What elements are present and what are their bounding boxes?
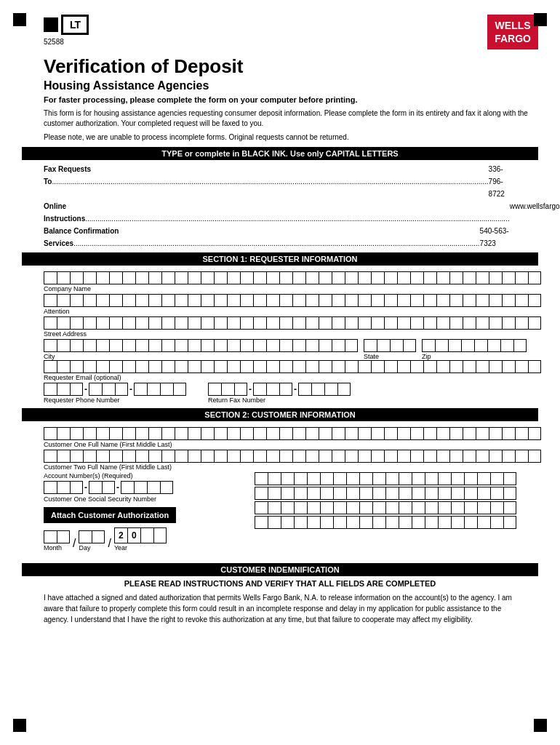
year-prefix-cells: 2 0 xyxy=(114,527,167,543)
ssn-mid[interactable] xyxy=(89,481,115,494)
city-state-zip-row: City State Zip xyxy=(44,339,516,360)
account-row1[interactable] xyxy=(255,472,516,485)
attach-authorization-button[interactable]: Attach Customer Authorization xyxy=(44,507,176,523)
customer2-cells[interactable] xyxy=(44,450,516,463)
wells-fargo-line1: WELLS xyxy=(495,19,531,32)
company-name-cells[interactable] xyxy=(44,271,516,284)
fax-dash2: - xyxy=(294,384,297,394)
intro-note: Please note, we are unable to process in… xyxy=(22,133,538,141)
fax-group: - - Return Fax Number xyxy=(208,383,351,404)
contact-info: Fax Requests To.........................… xyxy=(22,163,538,250)
customer2-row: Customer Two Full Name (First Middle Las… xyxy=(44,450,516,471)
logo-letters: LT xyxy=(70,19,80,31)
ssn-label: Customer One Social Security Number xyxy=(44,495,247,503)
wells-fargo-line2: FARGO xyxy=(495,32,531,45)
ssn-area[interactable] xyxy=(44,481,83,494)
ssn-dash2: - xyxy=(116,482,119,493)
month-label: Month xyxy=(44,544,62,551)
ssn-dash1: - xyxy=(84,482,87,493)
logo-lt: LT xyxy=(61,15,89,35)
ssn-account-section: Account Number(s) (Required) - - Custome… xyxy=(44,472,516,554)
corner-mark-br xyxy=(534,719,547,732)
fax-line: Fax Requests To.........................… xyxy=(44,163,516,200)
month-cells[interactable] xyxy=(44,530,70,543)
customer1-row: Customer One Full Name (First Middle Las… xyxy=(44,427,516,448)
customer2-label: Customer Two Full Name (First Middle Las… xyxy=(44,463,516,471)
section2-form: Customer One Full Name (First Middle Las… xyxy=(22,424,538,557)
corner-mark-bl xyxy=(13,719,26,732)
indemnification-subtitle: PLEASE READ INSTRUCTIONS AND VERIFY THAT… xyxy=(22,579,538,588)
company-name-row: Company Name xyxy=(44,271,516,292)
attention-cells[interactable] xyxy=(44,294,516,307)
year-label: Year xyxy=(114,544,127,551)
zip-col: Zip xyxy=(422,339,527,360)
account-row4[interactable] xyxy=(255,516,516,529)
city-cells[interactable] xyxy=(44,339,358,352)
logo-number: 52588 xyxy=(44,38,89,46)
phone-end[interactable] xyxy=(134,383,186,396)
online-label: Online Instructions.....................… xyxy=(44,200,510,225)
month-seg: Month xyxy=(44,530,70,551)
zip-label: Zip xyxy=(422,353,527,360)
section2-bar: SECTION 2: CUSTOMER INFORMATION xyxy=(22,408,538,421)
intro-bold: For faster processing, please complete t… xyxy=(22,95,538,104)
state-label: State xyxy=(364,353,416,360)
balance-line: Balance Confirmation Services...........… xyxy=(44,225,516,250)
customer1-cells[interactable] xyxy=(44,427,516,440)
attention-row: Attention xyxy=(44,294,516,315)
indemnification-text: I have attached a signed and dated autho… xyxy=(22,592,538,625)
fax-area[interactable] xyxy=(208,383,247,396)
account-grid xyxy=(255,472,516,529)
fax-dash1: - xyxy=(249,384,252,394)
main-title: Verification of Deposit xyxy=(22,55,538,78)
day-seg: Day xyxy=(79,530,105,551)
customer1-label: Customer One Full Name (First Middle Las… xyxy=(44,441,516,448)
year-digit-0: 0 xyxy=(127,527,140,543)
ssn-section: Account Number(s) (Required) - - Custome… xyxy=(44,472,247,554)
state-col: State xyxy=(364,339,416,360)
phone-dash1: - xyxy=(84,384,87,394)
street-row: Street Address xyxy=(44,316,516,338)
subtitle: Housing Assistance Agencies xyxy=(22,79,538,92)
intro-normal: This form is for housing assistance agen… xyxy=(22,108,538,129)
year-digit-2: 2 xyxy=(114,527,127,543)
phone-mid[interactable] xyxy=(89,383,128,396)
wells-fargo-logo: WELLS FARGO xyxy=(487,15,538,49)
account-row3[interactable] xyxy=(255,501,516,514)
phone-area[interactable] xyxy=(44,383,83,396)
city-col: City xyxy=(44,339,358,360)
phone-dash2: - xyxy=(129,384,132,394)
date-slash2: / xyxy=(108,537,111,551)
balance-value: 540-563-7323 xyxy=(480,225,516,250)
email-label: Requester Email (optional) xyxy=(44,374,516,381)
year-cell-2[interactable] xyxy=(153,527,167,543)
city-label: City xyxy=(44,353,358,360)
logo-black-square xyxy=(44,17,58,32)
section1-form: Company Name Attention Street Address Ci… xyxy=(22,268,538,408)
corner-mark-tl xyxy=(13,13,26,26)
phone-group: - - Requester Phone Number xyxy=(44,383,186,404)
balance-label: Balance Confirmation Services...........… xyxy=(44,225,480,250)
email-cells[interactable] xyxy=(44,360,516,373)
logo-box: LT xyxy=(44,15,89,35)
day-cells[interactable] xyxy=(79,530,105,543)
street-label: Street Address xyxy=(44,330,516,338)
section1-bar: SECTION 1: REQUESTER INFORMATION xyxy=(22,252,538,266)
year-seg: 2 0 Year xyxy=(114,527,167,551)
account-row2[interactable] xyxy=(255,487,516,500)
fax-end[interactable] xyxy=(298,383,351,396)
ssn-inputs: - - xyxy=(44,481,247,494)
fax-mid[interactable] xyxy=(253,383,292,396)
state-cells[interactable] xyxy=(364,339,416,352)
phone-inputs: - - xyxy=(44,383,186,396)
phone-fax-row: - - Requester Phone Number - - Return Fa… xyxy=(44,383,516,404)
year-cell-1[interactable] xyxy=(140,527,153,543)
fax-value: 336-796-8722 xyxy=(489,163,516,200)
zip-cells[interactable] xyxy=(422,339,527,352)
header: LT 52588 WELLS FARGO xyxy=(22,15,538,49)
street-cells[interactable] xyxy=(44,316,516,330)
ssn-end[interactable] xyxy=(121,481,173,494)
day-label: Day xyxy=(79,544,90,551)
logo-area: LT 52588 xyxy=(44,15,89,46)
account-grid-col xyxy=(255,472,516,529)
